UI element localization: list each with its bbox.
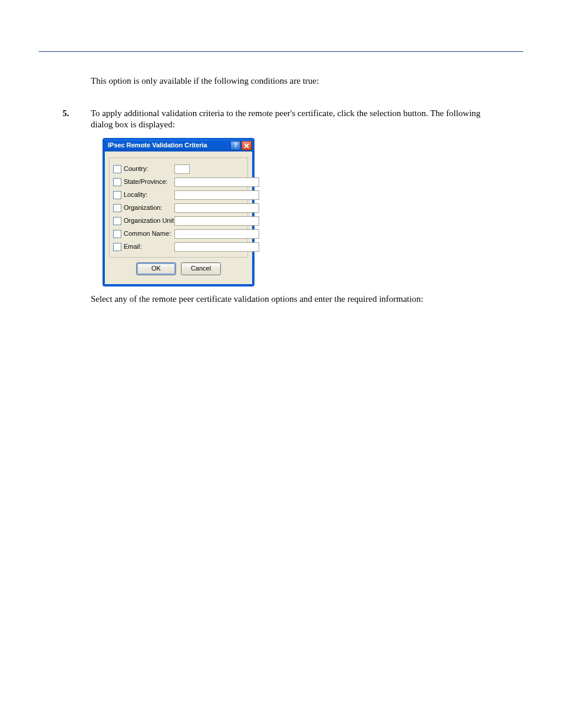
input-state[interactable]	[174, 177, 259, 187]
input-country[interactable]	[174, 164, 190, 174]
checkbox-locality[interactable]	[113, 191, 121, 199]
field-country: Country:	[113, 163, 244, 176]
close-icon	[244, 143, 249, 149]
header-rule	[39, 51, 523, 52]
titlebar[interactable]: IPsec Remote Validation Criteria ?	[104, 140, 253, 151]
input-orgunit[interactable]	[174, 216, 259, 226]
dialog-title: IPsec Remote Validation Criteria	[108, 141, 229, 150]
label-orgunit: Organization Unit:	[124, 217, 172, 225]
field-email: Email:	[113, 241, 244, 253]
checkbox-state[interactable]	[113, 178, 121, 186]
checkbox-commonname[interactable]	[113, 230, 121, 238]
label-state: State/Province:	[124, 178, 172, 186]
dialog-body: Country: State/Province: Locality:	[104, 151, 253, 285]
checkbox-country[interactable]	[113, 165, 121, 173]
input-organization[interactable]	[174, 203, 259, 213]
field-commonname: Common Name:	[113, 228, 244, 241]
field-organization: Organization:	[113, 202, 244, 215]
input-locality[interactable]	[174, 190, 259, 200]
body-text: This option is only available if the fol…	[77, 75, 485, 305]
intro-line: This option is only available if the fol…	[91, 75, 485, 87]
criteria-group: Country: State/Province: Locality:	[109, 157, 248, 258]
input-commonname[interactable]	[174, 229, 259, 239]
dialog-screenshot: IPsec Remote Validation Criteria ? Count	[103, 138, 485, 286]
close-button[interactable]	[242, 141, 252, 150]
checkbox-organization[interactable]	[113, 204, 121, 212]
cancel-button[interactable]: Cancel	[181, 262, 221, 275]
ipsec-validation-dialog: IPsec Remote Validation Criteria ? Count	[103, 138, 254, 286]
step-text: To apply additional validation criteria …	[91, 108, 481, 129]
page: Configuring Security Configuring IPsec P…	[0, 0, 562, 305]
input-email[interactable]	[174, 242, 259, 252]
running-header: Configuring Security Configuring IPsec P…	[39, 0, 523, 1]
label-organization: Organization:	[124, 204, 172, 212]
field-locality: Locality:	[113, 189, 244, 202]
label-locality: Locality:	[124, 191, 172, 199]
step-5: 5.To apply additional validation criteri…	[77, 108, 485, 130]
checkbox-orgunit[interactable]	[113, 217, 121, 225]
label-country: Country:	[124, 165, 172, 173]
checkbox-email[interactable]	[113, 243, 121, 251]
label-commonname: Common Name:	[124, 230, 172, 238]
ok-button[interactable]: OK	[136, 262, 176, 275]
followup-paragraph: Select any of the remote peer certificat…	[91, 294, 485, 305]
field-state: State/Province:	[113, 176, 244, 189]
field-orgunit: Organization Unit:	[113, 215, 244, 228]
help-button[interactable]: ?	[230, 141, 240, 150]
step-number: 5.	[77, 108, 91, 119]
label-email: Email:	[124, 243, 172, 251]
dialog-buttons: OK Cancel	[109, 258, 248, 279]
